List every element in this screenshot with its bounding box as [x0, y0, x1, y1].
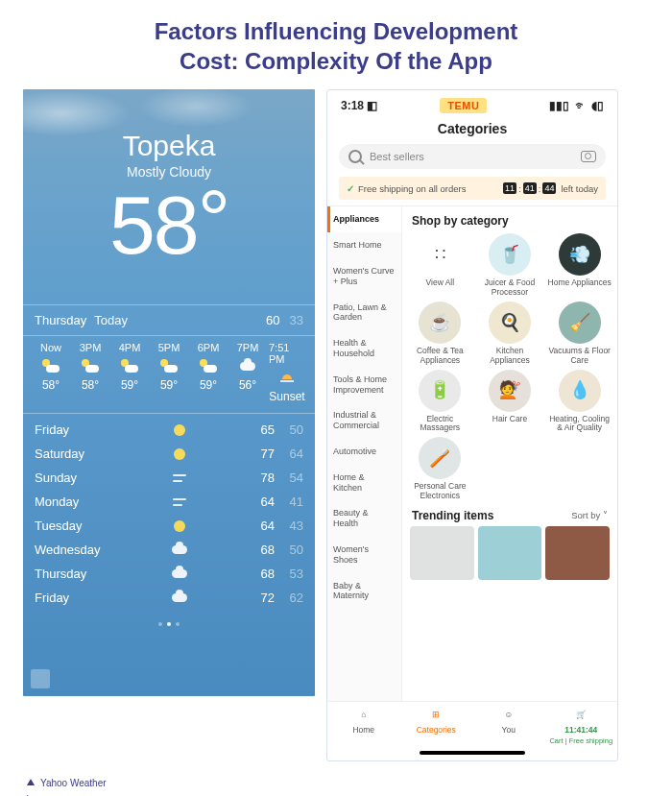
sidebar-item[interactable]: Women's Shoes [327, 537, 401, 573]
daily-forecast[interactable]: Friday6550Saturday7764Sunday7854Monday64… [23, 414, 315, 614]
day-row[interactable]: Wednesday6850 [35, 538, 303, 562]
category-tile[interactable]: 🥤Juicer & Food Processor [476, 233, 544, 298]
category-label: Kitchen Appliances [476, 347, 544, 366]
cloud-icon [172, 545, 187, 554]
category-label: View All [426, 278, 455, 288]
hour-item[interactable]: 5PM59° [151, 342, 187, 403]
hour-item[interactable]: 7PM56° [229, 342, 266, 403]
status-bar: 3:18 ◧ TEMU ▮▮▯ ᯤ ◖▯ [327, 90, 617, 115]
category-tile[interactable]: 🔋Electric Massagers [406, 370, 474, 434]
page-dots[interactable] [23, 615, 315, 633]
free-shipping-banner[interactable]: ✓ Free shipping on all orders 11: 41: 44… [339, 177, 606, 200]
pcloud-icon [82, 359, 99, 373]
category-tile[interactable]: ☕Coffee & Tea Appliances [406, 302, 474, 366]
cloud-icon [172, 569, 187, 578]
hour-item[interactable]: 4PM59° [111, 342, 148, 403]
bottom-nav: ⌂ Home ⊞ Categories ☺ You 🛒 11:41:44 Car… [327, 701, 617, 747]
hour-item[interactable]: 3PM58° [72, 342, 108, 403]
today-label: Today [94, 313, 128, 327]
legend: Yahoo Weather Temu [0, 761, 672, 796]
ship-text: Free shipping on all orders [358, 183, 466, 194]
sidebar-item[interactable]: Appliances [327, 206, 401, 232]
category-label: Hair Care [492, 415, 527, 424]
hour-item[interactable]: 6PM59° [190, 342, 227, 403]
today-day: Thursday [35, 313, 86, 327]
hour-item[interactable]: 7:51 PMSunset [269, 342, 305, 403]
nav-categories[interactable]: ⊞ Categories [400, 706, 473, 745]
search-icon [348, 150, 362, 163]
categories-icon: ⊞ [427, 706, 444, 723]
sidebar-item[interactable]: Health & Household [327, 330, 401, 367]
category-tile[interactable]: ∷View All [406, 233, 474, 298]
check-icon: ✓ [347, 183, 354, 194]
day-row[interactable]: Sunday7854 [35, 466, 303, 490]
category-tile[interactable]: 💧Heating, Cooling & Air Quality [545, 370, 613, 434]
category-tile[interactable]: 💇Hair Care [476, 370, 544, 434]
category-tile[interactable]: 🧹Vacuums & Floor Care [545, 302, 613, 366]
hour-item[interactable]: Now58° [33, 342, 69, 403]
sidebar-item[interactable]: Smart Home [327, 232, 401, 258]
day-row[interactable]: Monday6441 [35, 490, 303, 514]
category-label: Home Appliances [548, 278, 612, 288]
temu-app-screenshot: 3:18 ◧ TEMU ▮▮▯ ᯤ ◖▯ Categories Best sel… [326, 89, 618, 761]
category-image: 💇 [489, 370, 531, 412]
sidebar-item[interactable]: Home & Kitchen [327, 465, 401, 501]
battery-icon: ◖▯ [591, 99, 604, 112]
wind-icon [173, 473, 186, 483]
home-icon: ⌂ [355, 706, 372, 723]
sunset-icon [280, 373, 294, 382]
nav-cart[interactable]: 🛒 11:41:44 Cart | Free shipping [545, 706, 618, 745]
category-image: 💨 [559, 233, 601, 276]
today-high: 60 [266, 313, 279, 327]
home-indicator[interactable] [420, 751, 525, 755]
pcloud-icon [160, 359, 178, 373]
weather-provider-icon[interactable] [31, 669, 50, 688]
sidebar-item[interactable]: Automotive [327, 439, 401, 465]
camera-icon[interactable] [581, 151, 596, 162]
nav-you[interactable]: ☺ You [472, 706, 545, 745]
sidebar-item[interactable]: Tools & Home Improvement [327, 367, 401, 403]
trending-item[interactable] [478, 526, 542, 580]
legend-a: Yahoo Weather [40, 778, 107, 788]
day-row[interactable]: Friday6550 [35, 418, 303, 442]
sort-by-button[interactable]: Sort by ˅ [571, 510, 608, 520]
nav-home[interactable]: ⌂ Home [327, 706, 400, 745]
day-row[interactable]: Tuesday6443 [35, 514, 303, 538]
search-bar[interactable]: Best sellers [339, 144, 606, 169]
category-label: Personal Care Electronics [406, 482, 474, 501]
category-main: Shop by category ∷View All🥤Juicer & Food… [402, 206, 617, 701]
trending-item[interactable] [545, 526, 610, 580]
sidebar-item[interactable]: Patio, Lawn & Garden [327, 295, 401, 331]
category-image: 🧹 [559, 302, 601, 344]
status-time: 3:18 ◧ [341, 99, 377, 112]
day-row[interactable]: Saturday7764 [35, 442, 303, 466]
cloud-icon [240, 362, 255, 371]
hourly-forecast[interactable]: Now58°3PM58°4PM59°5PM59°6PM59°7PM56°7:51… [23, 336, 315, 413]
trending-item[interactable] [410, 526, 474, 580]
title-line-1: Factors Influencing Development [155, 18, 518, 44]
category-label: Heating, Cooling & Air Quality [545, 415, 613, 434]
category-image: ☕ [419, 302, 461, 344]
status-icons: ▮▮▯ ᯤ ◖▯ [549, 99, 604, 112]
sidebar-item[interactable]: Baby & Maternity [327, 573, 401, 610]
wind-icon [173, 497, 186, 507]
category-tile[interactable]: 🪥Personal Care Electronics [406, 437, 474, 501]
category-label: Vacuums & Floor Care [545, 347, 613, 366]
pcloud-icon [42, 359, 60, 373]
category-label: Juicer & Food Processor [476, 278, 544, 298]
trending-items[interactable] [406, 526, 613, 580]
today-row: Thursday Today 60 33 [23, 305, 315, 335]
title-line-2: Cost: Complexity Of the App [180, 48, 492, 74]
category-image: 🔋 [419, 370, 461, 412]
sidebar-item[interactable]: Women's Curve + Plus [327, 258, 401, 295]
categories-header: Categories [327, 115, 617, 144]
pcloud-icon [121, 359, 138, 373]
category-tile[interactable]: 💨Home Appliances [545, 233, 613, 298]
day-row[interactable]: Friday7262 [35, 586, 303, 610]
category-label: Coffee & Tea Appliances [406, 347, 474, 366]
category-tile[interactable]: 🍳Kitchen Appliances [476, 302, 544, 366]
category-sidebar[interactable]: AppliancesSmart HomeWomen's Curve + Plus… [327, 206, 402, 701]
sidebar-item[interactable]: Beauty & Health [327, 500, 401, 537]
sidebar-item[interactable]: Industrial & Commercial [327, 402, 401, 439]
day-row[interactable]: Thursday6853 [35, 562, 303, 586]
